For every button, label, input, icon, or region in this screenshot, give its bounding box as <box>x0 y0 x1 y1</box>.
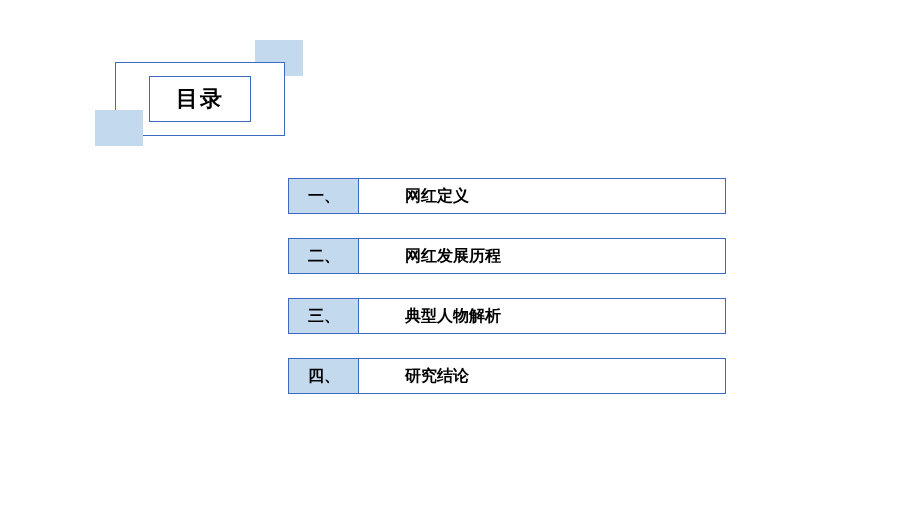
toc-item-number: 四、 <box>289 359 359 393</box>
toc-item: 一、 网红定义 <box>288 178 726 214</box>
toc-item-label: 研究结论 <box>359 359 725 393</box>
toc-item-label: 典型人物解析 <box>359 299 725 333</box>
toc-item-label: 网红发展历程 <box>359 239 725 273</box>
page-title: 目录 <box>149 76 251 122</box>
table-of-contents: 一、 网红定义 二、 网红发展历程 三、 典型人物解析 四、 研究结论 <box>288 178 726 418</box>
toc-item: 四、 研究结论 <box>288 358 726 394</box>
toc-item: 二、 网红发展历程 <box>288 238 726 274</box>
decorative-square-bottom <box>95 110 143 146</box>
toc-item-label: 网红定义 <box>359 179 725 213</box>
toc-item-number: 二、 <box>289 239 359 273</box>
toc-item-number: 一、 <box>289 179 359 213</box>
toc-item: 三、 典型人物解析 <box>288 298 726 334</box>
toc-item-number: 三、 <box>289 299 359 333</box>
